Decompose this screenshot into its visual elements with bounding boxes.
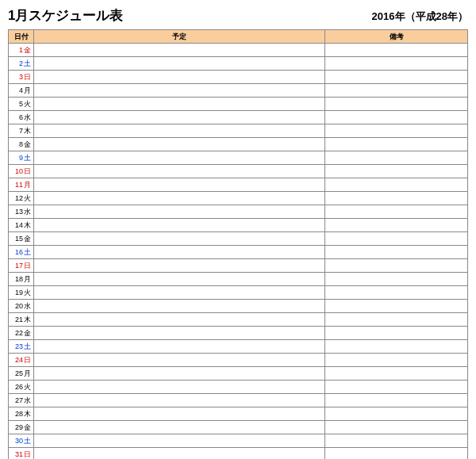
- date-cell: 8金: [9, 138, 34, 151]
- plan-cell: [34, 219, 325, 232]
- day-of-week: 水: [24, 111, 31, 124]
- plan-cell: [34, 434, 325, 448]
- day-number: 8: [19, 138, 23, 151]
- table-row: 9土: [9, 151, 468, 165]
- notes-cell: [325, 394, 468, 407]
- date-cell: 23土: [9, 340, 34, 354]
- date-cell: 16土: [9, 246, 34, 259]
- date-cell: 5火: [9, 98, 34, 111]
- plan-cell: [34, 44, 325, 57]
- notes-cell: [325, 138, 468, 151]
- notes-cell: [325, 178, 468, 192]
- table-row: 27水: [9, 394, 468, 407]
- day-of-week: 日: [24, 165, 31, 178]
- notes-cell: [325, 313, 468, 327]
- plan-cell: [34, 205, 325, 219]
- day-of-week: 土: [24, 340, 31, 353]
- table-row: 17日: [9, 259, 468, 273]
- date-cell: 27水: [9, 394, 34, 407]
- notes-cell: [325, 57, 468, 71]
- notes-cell: [325, 205, 468, 219]
- day-number: 17: [15, 259, 23, 272]
- table-row: 19火: [9, 286, 468, 300]
- day-number: 2: [19, 57, 23, 70]
- table-row: 4月: [9, 84, 468, 98]
- day-number: 31: [15, 448, 23, 459]
- notes-cell: [325, 259, 468, 273]
- day-number: 18: [15, 273, 23, 285]
- day-of-week: 日: [24, 259, 31, 272]
- day-of-week: 月: [24, 84, 31, 97]
- notes-cell: [325, 421, 468, 434]
- table-row: 12火: [9, 192, 468, 205]
- header-row: 日付 予定 備考: [9, 30, 468, 44]
- date-cell: 7木: [9, 124, 34, 138]
- table-row: 23土: [9, 340, 468, 354]
- day-of-week: 日: [24, 354, 31, 366]
- table-row: 3日: [9, 71, 468, 84]
- day-of-week: 金: [24, 327, 31, 339]
- table-row: 21木: [9, 313, 468, 327]
- plan-cell: [34, 340, 325, 354]
- table-row: 7木: [9, 124, 468, 138]
- day-number: 23: [15, 340, 23, 353]
- date-cell: 17日: [9, 259, 34, 273]
- date-cell: 24日: [9, 354, 34, 367]
- plan-cell: [34, 259, 325, 273]
- day-of-week: 土: [24, 57, 31, 70]
- day-of-week: 金: [24, 138, 31, 151]
- notes-cell: [325, 124, 468, 138]
- notes-cell: [325, 165, 468, 178]
- date-cell: 26火: [9, 381, 34, 394]
- notes-cell: [325, 232, 468, 246]
- date-cell: 30土: [9, 434, 34, 448]
- notes-cell: [325, 192, 468, 205]
- plan-cell: [34, 165, 325, 178]
- plan-cell: [34, 381, 325, 394]
- day-number: 12: [15, 192, 23, 205]
- plan-cell: [34, 232, 325, 246]
- table-row: 5火: [9, 98, 468, 111]
- day-of-week: 木: [24, 407, 31, 420]
- day-of-week: 日: [24, 448, 31, 459]
- date-cell: 6水: [9, 111, 34, 124]
- day-number: 22: [15, 327, 23, 339]
- date-cell: 2土: [9, 57, 34, 71]
- plan-cell: [34, 421, 325, 434]
- day-number: 20: [15, 300, 23, 312]
- day-number: 26: [15, 381, 23, 393]
- document-header: 1月スケジュール表 2016年（平成28年）: [8, 6, 468, 25]
- date-cell: 29金: [9, 421, 34, 434]
- schedule-table: 日付 予定 備考 1金2土3日4月5火6水7木8金9土10日11月12火13水1…: [8, 29, 468, 459]
- table-row: 1金: [9, 44, 468, 57]
- notes-cell: [325, 273, 468, 286]
- notes-cell: [325, 84, 468, 98]
- notes-cell: [325, 71, 468, 84]
- notes-cell: [325, 407, 468, 421]
- day-of-week: 火: [24, 98, 31, 110]
- notes-cell: [325, 219, 468, 232]
- plan-cell: [34, 313, 325, 327]
- day-number: 5: [19, 98, 23, 110]
- notes-cell: [325, 434, 468, 448]
- day-of-week: 月: [24, 367, 31, 380]
- plan-cell: [34, 300, 325, 313]
- col-header-notes: 備考: [325, 30, 468, 44]
- plan-cell: [34, 394, 325, 407]
- day-number: 30: [15, 434, 23, 447]
- table-row: 16土: [9, 246, 468, 259]
- day-number: 10: [15, 165, 23, 178]
- day-of-week: 月: [24, 273, 31, 285]
- day-number: 21: [15, 313, 23, 326]
- day-of-week: 火: [24, 192, 31, 205]
- day-of-week: 水: [24, 300, 31, 312]
- notes-cell: [325, 327, 468, 340]
- page-title: 1月スケジュール表: [8, 6, 123, 25]
- date-cell: 11月: [9, 178, 34, 192]
- table-row: 11月: [9, 178, 468, 192]
- date-cell: 20水: [9, 300, 34, 313]
- notes-cell: [325, 448, 468, 460]
- notes-cell: [325, 111, 468, 124]
- day-of-week: 土: [24, 151, 31, 164]
- table-row: 8金: [9, 138, 468, 151]
